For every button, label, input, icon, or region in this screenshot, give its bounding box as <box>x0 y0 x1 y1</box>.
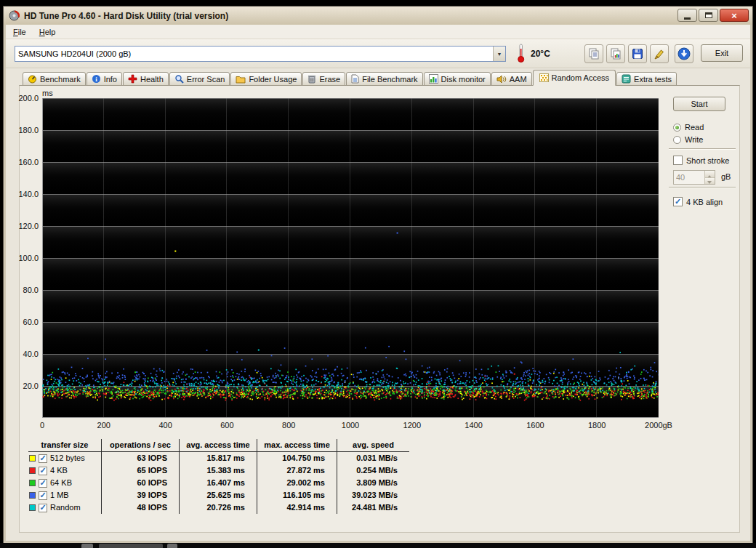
transfer-size-cell: ✓Random <box>28 501 101 514</box>
erase-icon <box>307 74 316 84</box>
series-checkbox[interactable]: ✓ <box>39 504 47 512</box>
spinner-up-icon <box>705 171 715 177</box>
max-access-cell: 27.872 ms <box>257 464 337 477</box>
x-axis-tick-label: 800 <box>282 421 295 430</box>
exit-button[interactable]: Exit <box>701 44 743 62</box>
avg-speed-cell: 39.023 MB/s <box>337 489 409 501</box>
ops-cell: 39 IOPS <box>101 489 179 501</box>
y-axis-labels: 200.0180.0160.0140.0120.0100.080.060.040… <box>20 98 41 418</box>
tab-label: Error Scan <box>187 75 225 84</box>
y-axis-tick-label: 40.0 <box>23 350 39 358</box>
minimize-button[interactable] <box>677 9 697 22</box>
series-checkbox[interactable]: ✓ <box>39 479 47 488</box>
short-stroke-checkbox[interactable] <box>673 156 683 165</box>
read-radio[interactable] <box>673 124 681 132</box>
tab-strip: Benchmark i Info Health Error Scan Folde… <box>23 70 677 86</box>
table-row: ✓1 MB39 IOPS25.625 ms116.105 ms39.023 MB… <box>28 489 409 501</box>
avg-access-cell: 20.726 ms <box>179 501 257 514</box>
y-axis-tick-label: 200.0 <box>18 94 39 102</box>
tab-extra-tests[interactable]: Extra tests <box>616 72 677 86</box>
tab-label: Info <box>104 75 117 84</box>
tab-aam[interactable]: AAM <box>491 72 532 86</box>
check-icon: ✓ <box>675 198 681 206</box>
tab-folder-usage[interactable]: Folder Usage <box>230 72 302 86</box>
tab-health[interactable]: Health <box>123 72 169 86</box>
menu-file[interactable]: File <box>13 28 26 36</box>
toolbar: SAMSUNG HD204UI (2000 gB) ▼ 20°C E <box>6 39 750 68</box>
avg-speed-cell: 0.031 MB/s <box>337 452 409 464</box>
tab-random-access[interactable]: Random Access <box>533 70 616 86</box>
tab-label: Erase <box>319 75 340 84</box>
chevron-down-icon[interactable]: ▼ <box>493 47 505 61</box>
tab-benchmark[interactable]: Benchmark <box>23 72 86 86</box>
tab-label: Folder Usage <box>249 75 297 84</box>
kb-align-checkbox[interactable]: ✓ <box>673 197 683 206</box>
table-row: ✓64 KB60 IOPS16.407 ms29.002 ms3.809 MB/… <box>28 477 409 489</box>
x-axis-labels: 0200400600800100012001400160018002000gB <box>42 421 659 431</box>
transfer-size-cell: ✓512 bytes <box>28 452 101 464</box>
window-titlebar[interactable]: HD Tune Pro 4.60 - Hard Disk Utility (tr… <box>4 7 752 25</box>
client-area: File Help SAMSUNG HD204UI (2000 gB) ▼ 20… <box>6 25 750 541</box>
table-row: ✓4 KB65 IOPS15.383 ms27.872 ms0.254 MB/s <box>28 464 409 477</box>
download-button[interactable] <box>675 44 693 63</box>
menu-bar: File Help <box>6 25 750 39</box>
maximize-icon <box>705 12 712 18</box>
avg-speed-cell: 0.254 MB/s <box>337 464 409 477</box>
tab-disk-monitor[interactable]: Disk monitor <box>424 72 491 86</box>
tab-label: Disk monitor <box>441 75 486 84</box>
start-button[interactable]: Start <box>673 97 725 111</box>
series-checkbox[interactable]: ✓ <box>39 491 47 500</box>
x-axis-tick-label: 1000 <box>342 421 359 430</box>
check-icon: ✓ <box>39 504 46 512</box>
tab-error-scan[interactable]: Error Scan <box>169 72 230 86</box>
tab-info[interactable]: i Info <box>87 72 122 86</box>
copy-text-icon <box>588 48 600 60</box>
copy-image-button[interactable] <box>606 44 625 63</box>
avg-access-cell: 25.625 ms <box>179 489 257 501</box>
capacity-unit-label: gB <box>721 172 731 181</box>
tab-label: Benchmark <box>40 75 81 84</box>
series-checkbox[interactable]: ✓ <box>39 454 47 463</box>
check-icon: ✓ <box>39 454 46 462</box>
column-header-operations: operations / sec <box>101 439 179 452</box>
tab-label: Extra tests <box>634 75 672 84</box>
tab-erase[interactable]: Erase <box>302 72 345 86</box>
minimize-icon <box>684 17 691 20</box>
max-access-cell: 104.750 ms <box>257 452 337 464</box>
write-radio[interactable] <box>673 136 681 144</box>
series-color-swatch <box>29 480 36 486</box>
copy-text-button[interactable] <box>584 44 603 63</box>
series-label: 64 KB <box>50 477 72 489</box>
kb-align-label: 4 KB align <box>686 198 723 206</box>
drive-selector[interactable]: SAMSUNG HD204UI (2000 gB) ▼ <box>15 46 506 62</box>
x-axis-tick-label: 1800 <box>588 421 606 430</box>
file-benchmark-icon <box>351 74 359 84</box>
results-table-body: ✓512 bytes63 IOPS15.817 ms104.750 ms0.03… <box>28 452 409 514</box>
thermometer-icon <box>516 43 526 66</box>
x-axis-tick-label: 1400 <box>465 421 482 430</box>
column-header-avg-access: avg. access time <box>179 439 257 452</box>
avg-access-cell: 16.407 ms <box>179 477 257 489</box>
series-label: 1 MB <box>50 489 69 501</box>
taskbar-fragment <box>0 543 756 548</box>
short-stroke-capacity-spinner <box>673 170 715 185</box>
write-radio-label: Write <box>685 135 703 144</box>
close-button[interactable]: × <box>720 9 749 22</box>
tab-file-benchmark[interactable]: File Benchmark <box>346 72 422 86</box>
menu-help[interactable]: Help <box>39 28 56 36</box>
series-label: 512 bytes <box>50 452 85 464</box>
maximize-button[interactable] <box>699 9 718 22</box>
read-radio-label: Read <box>685 123 704 132</box>
series-checkbox[interactable]: ✓ <box>39 467 47 475</box>
series-color-swatch <box>29 492 36 499</box>
extra-tests-icon <box>622 74 631 84</box>
tab-label: File Benchmark <box>362 75 417 84</box>
y-axis-unit-label: ms <box>42 89 53 97</box>
check-icon: ✓ <box>39 479 46 487</box>
save-button[interactable] <box>628 44 647 63</box>
table-row: ✓Random48 IOPS20.726 ms42.914 ms24.481 M… <box>28 501 409 514</box>
capture-button[interactable] <box>650 44 669 63</box>
series-label: 4 KB <box>50 464 68 477</box>
random-access-icon <box>539 73 549 82</box>
avg-access-cell: 15.383 ms <box>179 464 257 477</box>
